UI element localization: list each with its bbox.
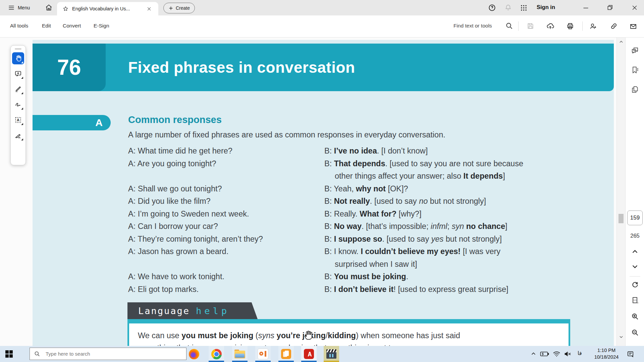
add-comment-tool-button[interactable] [12,68,24,80]
open-app-indicator [278,361,294,362]
start-button[interactable] [5,350,13,358]
add-user-button[interactable] [589,22,597,30]
taskbar-search[interactable] [30,348,186,360]
rotate-icon [631,281,639,289]
zoom-out-button[interactable] [631,328,639,337]
speaker-a-line: A: Jason has grown a beard. [128,247,324,256]
language-help-box: We can use you must be joking (syns you’… [127,319,570,346]
dialogue-row: A: They’re coming tonight, aren’t they?B… [128,235,584,247]
speaker-a-line: A: Shall we go out tonight? [128,184,324,193]
draw-tool-button[interactable] [12,99,24,111]
section-letter-tab: A [33,115,111,130]
comments-panel-button[interactable] [631,46,639,55]
minimize-button[interactable] [582,4,589,11]
page-thumbnails-icon [631,85,639,94]
save-button[interactable] [527,22,534,30]
hand-tool-button[interactable] [12,52,24,64]
taskbar-app-file-explorer[interactable] [232,346,248,362]
svg-text:A: A [17,118,19,122]
mail-icon [629,22,637,31]
fill-sign-tool-button[interactable] [12,129,24,141]
highlight-tool-button[interactable] [12,83,24,95]
page-thumbnails-panel-button[interactable] [631,85,639,94]
print-button[interactable] [566,22,574,30]
close-icon [631,4,638,11]
menu-convert[interactable]: Convert [63,23,81,29]
scroll-down-icon[interactable] [619,335,624,339]
mouse-cursor [304,330,314,340]
language-indicator[interactable]: فا [578,350,582,356]
page-number-input[interactable] [627,210,643,225]
dialogue-row: other things affect your answer; also It… [128,172,584,184]
previous-page-button[interactable] [631,248,639,255]
taskbar-app-chrome[interactable] [209,346,224,362]
clock-time: 1:10 PM [589,347,624,354]
svg-text:1:1: 1:1 [633,299,636,301]
taskbar-clock[interactable]: 1:10 PM 10/18/2024 [589,347,624,360]
zoom-in-button[interactable] [631,312,639,320]
tab-close-icon[interactable] [147,6,152,11]
upload-cloud-button[interactable] [546,22,554,30]
tool-flyout-arrow [21,123,23,125]
speaker-a-line: A: We have to work tonight. [128,272,324,281]
home-button[interactable] [45,4,53,11]
create-button[interactable]: Create [163,3,195,13]
tool-flyout-arrow [21,108,23,110]
speaker-b-line: surprised when I saw it] [324,260,417,269]
add-text-tool-button[interactable]: A [12,114,24,126]
document-tab[interactable]: English Vocabulary in Us... [57,2,158,15]
restore-icon [606,4,613,11]
fit-page-button[interactable]: 1:1 [631,296,639,304]
taskbar-app-video-editor[interactable] [324,346,339,362]
notifications-button[interactable] [504,4,512,12]
taskbar-app-acrobat[interactable] [301,346,317,362]
bell-icon [504,4,512,12]
zoom-in-icon [631,312,639,320]
titlebar: Menu English Vocabulary in Us... Create [0,0,644,15]
scrollbar-thumb[interactable] [619,214,624,223]
rotate-page-button[interactable] [631,281,639,289]
taskbar-search-input[interactable] [45,351,167,357]
video-editor-icon [326,349,336,359]
send-mail-button[interactable] [629,22,637,31]
close-window-button[interactable] [631,4,638,11]
speaker-b-line: B: That depends. [used to say you are no… [324,159,523,168]
next-page-button[interactable] [631,263,639,270]
search-icon[interactable] [505,22,513,30]
app-menu-button[interactable]: Menu [8,4,30,11]
battery-status-icon[interactable] [540,351,549,357]
tool-flyout-arrow [21,77,23,79]
tray-chevron-button[interactable] [531,351,536,357]
tool-flyout-arrow [21,61,23,63]
tab-title: English Vocabulary in Us... [72,6,145,11]
restore-button[interactable] [606,4,613,11]
speaker-b-line: B: Really. What for? [why?] [324,209,421,219]
language-help-line2: something that is very surprising, or to… [138,342,560,346]
help-button[interactable] [488,4,496,12]
link-button[interactable] [610,22,618,30]
menu-all-tools[interactable]: All tools [10,23,28,29]
panel-drag-handle[interactable] [15,48,21,50]
taskbar-app-firefox[interactable] [186,346,202,362]
sign-in-button[interactable]: Sign in [537,4,555,10]
chevron-up-icon [531,351,536,357]
find-text-button[interactable]: Find text or tools [453,23,492,29]
print-icon [566,22,574,30]
speaker-a-line: A: Eli got top marks. [128,285,324,294]
action-center-button[interactable] [627,350,634,358]
menu-esign[interactable]: E-Sign [94,23,109,29]
apps-grid-button[interactable] [520,4,527,11]
menu-edit[interactable]: Edit [42,23,51,29]
document-workspace: 76 Fixed phrases in conversation A Commo… [0,38,644,346]
star-icon[interactable] [62,6,69,12]
tool-flyout-arrow [21,138,23,140]
dialogue-row: A: Can I borrow your car?B: No way. [tha… [128,222,584,235]
comments-icon [631,46,639,55]
speaker-b-line: B: I suppose so. [used to say yes but no… [324,235,502,244]
scroll-up-icon[interactable] [619,40,624,44]
bookmarks-panel-button[interactable] [631,66,639,74]
taskbar-app-office[interactable] [255,346,271,362]
wifi-status-icon[interactable] [553,351,560,357]
volume-muted-icon[interactable] [564,351,572,357]
taskbar-app-orange-documents[interactable] [278,346,294,362]
